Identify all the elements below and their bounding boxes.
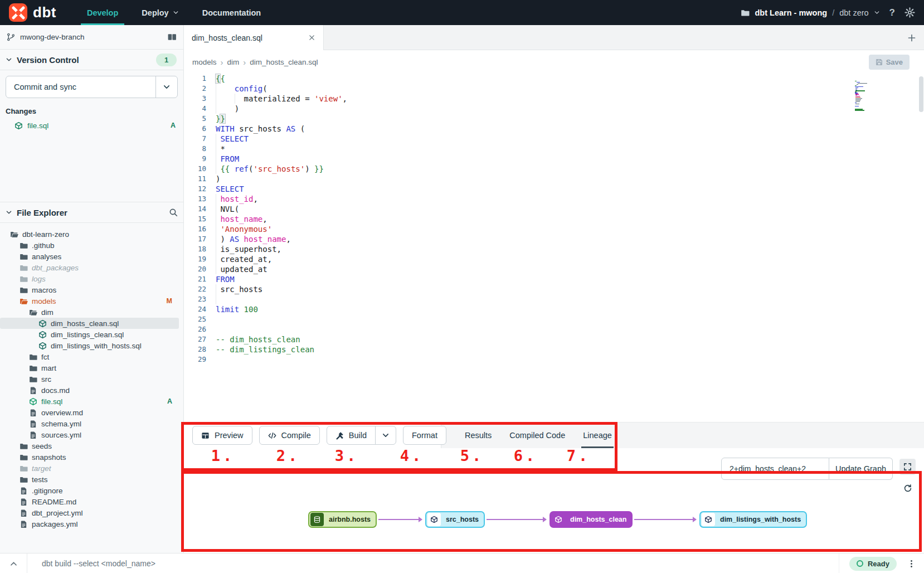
panels-toggle-icon[interactable] xyxy=(167,32,177,42)
file-tree-item[interactable]: target xyxy=(0,463,179,474)
file-tree-item[interactable]: dbt_project.yml xyxy=(0,507,179,518)
file-tree-item[interactable]: snapshots xyxy=(0,451,179,463)
compile-button[interactable]: Compile xyxy=(259,426,320,445)
nav-documentation[interactable]: Documentation xyxy=(191,0,273,25)
file-tree-item[interactable]: mart xyxy=(0,362,179,373)
code-line[interactable]: 15 host_name, xyxy=(184,214,924,224)
kebab-menu-icon[interactable] xyxy=(907,559,916,569)
file-tree-item[interactable]: docs.md xyxy=(0,385,179,396)
file-tree-item[interactable]: src xyxy=(0,373,179,385)
folder-icon xyxy=(29,353,37,361)
nav-deploy[interactable]: Deploy xyxy=(130,0,190,25)
code-line[interactable]: 5}} xyxy=(184,114,924,124)
file-tree-item[interactable]: modelsM xyxy=(0,295,179,307)
lineage-node[interactable]: dim_hosts_clean xyxy=(549,511,633,528)
code-line[interactable]: 2 config( xyxy=(184,84,924,94)
code-line[interactable]: 12SELECT xyxy=(184,184,924,194)
file-tree-item[interactable]: schema.yml xyxy=(0,418,179,429)
lineage-selector-input[interactable] xyxy=(721,458,829,480)
file-tree-item[interactable]: dim_listings_clean.sql xyxy=(0,329,179,340)
lineage-node[interactable]: dim_listings_with_hosts xyxy=(699,511,807,528)
code-line[interactable]: 14 NVL( xyxy=(184,204,924,214)
close-icon[interactable] xyxy=(308,34,315,41)
gear-icon[interactable] xyxy=(904,7,915,18)
file-tree-item[interactable]: .gitignore xyxy=(0,485,179,496)
code-line[interactable]: 28-- dim_listings_clean xyxy=(184,344,924,355)
code-line[interactable]: 4 ) xyxy=(184,104,924,114)
tab-lineage[interactable]: Lineage xyxy=(581,423,614,448)
code-line[interactable]: 9 FROM xyxy=(184,154,924,164)
code-line[interactable]: 20 updated_at xyxy=(184,264,924,274)
file-tree-item[interactable]: dim_hosts_clean.sql xyxy=(0,318,179,329)
code-line[interactable]: 21FROM xyxy=(184,274,924,284)
project-selector[interactable]: dbt Learn - mwong / dbt zero xyxy=(741,8,879,17)
code-editor[interactable]: 1{{2 config(3 materialized = 'view',4 )5… xyxy=(184,74,924,422)
new-tab-icon[interactable] xyxy=(907,33,916,42)
file-tree-item[interactable]: dbt_packages xyxy=(0,262,179,273)
commit-and-sync-button[interactable]: Commit and sync xyxy=(6,76,178,98)
code-line[interactable]: 19 created_at, xyxy=(184,254,924,264)
file-name: mart xyxy=(41,364,56,372)
preview-button[interactable]: Preview xyxy=(192,426,252,445)
file-tree-item[interactable]: .github xyxy=(0,240,179,251)
file-tree-item[interactable]: overview.md xyxy=(0,407,179,418)
build-button[interactable]: Build xyxy=(327,426,376,445)
code-line[interactable]: 7 SELECT xyxy=(184,134,924,144)
code-line[interactable]: 27-- dim_hosts_clean xyxy=(184,334,924,344)
file-tree-item[interactable]: tests xyxy=(0,474,179,485)
dbt-logo[interactable]: dbt xyxy=(9,3,56,22)
file-tree-item[interactable]: dim_listings_with_hosts.sql xyxy=(0,340,179,351)
code-line[interactable]: 29 xyxy=(184,355,924,365)
code-line[interactable]: 3 materialized = 'view', xyxy=(184,94,924,104)
tab-compiled-code[interactable]: Compiled Code xyxy=(508,423,567,448)
help-icon[interactable]: ? xyxy=(888,7,896,18)
lineage-edge xyxy=(378,519,421,520)
editor-scrollbar[interactable] xyxy=(919,76,923,112)
folder-icon xyxy=(20,453,28,462)
code-line[interactable]: 16 'Anonymous' xyxy=(184,224,924,234)
code-line[interactable]: 24limit 100 xyxy=(184,304,924,314)
file-tree-item[interactable]: file.sqlA xyxy=(0,396,179,407)
chevron-down-icon xyxy=(382,431,390,439)
code-line[interactable]: 23 xyxy=(184,294,924,304)
code-line[interactable]: 25 xyxy=(184,314,924,324)
file-tree-item[interactable]: README.md xyxy=(0,496,179,507)
file-explorer-header[interactable]: File Explorer xyxy=(0,202,183,223)
file-tree-item[interactable]: analyses xyxy=(0,251,179,262)
chevron-up-icon[interactable] xyxy=(0,560,27,568)
changed-file-item[interactable]: file.sql A xyxy=(14,119,183,132)
code-line[interactable]: 6WITH src_hosts AS ( xyxy=(184,124,924,134)
save-button[interactable]: Save xyxy=(869,55,910,70)
lineage-node[interactable]: src_hosts xyxy=(425,511,485,528)
code-line[interactable]: 17 ) AS host_name, xyxy=(184,234,924,244)
file-tree-item[interactable]: dbt-learn-zero xyxy=(0,229,179,240)
file-tree-item[interactable]: dim xyxy=(0,307,179,318)
version-control-header[interactable]: Version Control 1 xyxy=(0,50,183,70)
code-line[interactable]: 11) xyxy=(184,174,924,184)
code-line[interactable]: 18 is_superhost, xyxy=(184,244,924,254)
file-tree-item[interactable]: seeds xyxy=(0,440,179,451)
file-tree-item[interactable]: fct xyxy=(0,351,179,362)
code-line[interactable]: 8 * xyxy=(184,144,924,154)
code-line[interactable]: 10 {{ ref('src_hosts') }} xyxy=(184,164,924,174)
panel-tabs: Results Compiled Code Lineage xyxy=(463,423,614,448)
editor-minimap[interactable] xyxy=(855,81,870,112)
file-tree-item[interactable]: macros xyxy=(0,284,179,295)
file-tree-item[interactable]: packages.yml xyxy=(0,518,179,530)
lineage-node[interactable]: airbnb.hosts xyxy=(308,511,377,528)
search-icon[interactable] xyxy=(169,208,178,217)
code-line[interactable]: 26 xyxy=(184,324,924,334)
code-line[interactable]: 13 host_id, xyxy=(184,194,924,204)
update-graph-button[interactable]: Update Graph xyxy=(829,458,893,480)
tab-results[interactable]: Results xyxy=(463,423,493,448)
commit-options-caret[interactable] xyxy=(155,76,177,98)
command-input[interactable] xyxy=(41,559,601,569)
format-button[interactable]: Format xyxy=(403,426,446,445)
nav-develop[interactable]: Develop xyxy=(75,0,130,25)
code-line[interactable]: 1{{ xyxy=(184,74,924,84)
code-line[interactable]: 22 src_hosts xyxy=(184,284,924,294)
file-tree-item[interactable]: sources.yml xyxy=(0,429,179,440)
file-tree-item[interactable]: logs xyxy=(0,273,179,284)
tab-dim-hosts-clean[interactable]: dim_hosts_clean.sql xyxy=(184,25,324,50)
build-options-caret[interactable] xyxy=(375,426,396,445)
